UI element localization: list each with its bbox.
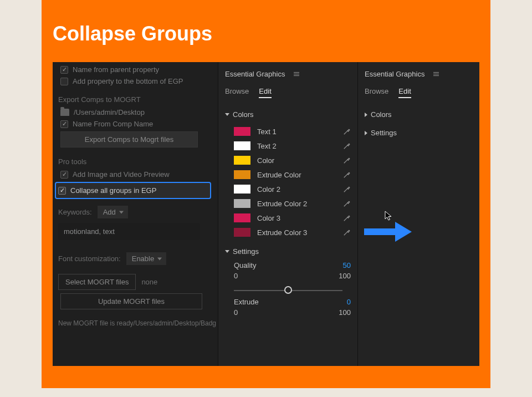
quality-label: Quality <box>234 261 256 269</box>
color-label: Color <box>257 156 336 165</box>
keywords-add-select[interactable]: Add <box>98 206 128 218</box>
page-title: Collapse Groups <box>53 22 479 45</box>
keywords-input[interactable] <box>58 223 200 240</box>
chevron-down-icon <box>225 113 229 116</box>
tab-edit[interactable]: Edit <box>259 87 271 98</box>
color-swatch[interactable] <box>234 170 250 179</box>
range-min: 0 <box>234 272 238 280</box>
essential-graphics-expanded: Essential Graphics Browse Edit Colors Te… <box>218 62 358 366</box>
eyedropper-icon[interactable] <box>343 214 351 222</box>
checkbox-name-from-comp[interactable] <box>60 120 68 128</box>
eyedropper-icon[interactable] <box>343 228 351 236</box>
panel-menu-icon[interactable] <box>294 72 299 76</box>
color-row: Color <box>225 153 351 167</box>
chevron-right-icon <box>365 131 367 135</box>
export-path: /Users/admin/Desktop <box>74 108 145 116</box>
color-label: Extrude Color 2 <box>257 200 336 208</box>
keywords-label: Keywords: <box>58 208 92 216</box>
extrude-value[interactable]: 0 <box>347 298 351 308</box>
color-row: Color 3 <box>225 211 351 225</box>
color-row: Extrude Color <box>225 167 351 182</box>
tab-edit[interactable]: Edit <box>398 87 411 98</box>
group-settings[interactable]: Settings <box>225 247 351 256</box>
cursor-icon <box>385 211 392 223</box>
color-swatch[interactable] <box>234 199 250 208</box>
color-swatch[interactable] <box>234 141 250 150</box>
export-button[interactable]: Export Comps to Mogrt files <box>60 131 198 147</box>
slider-knob[interactable] <box>284 286 292 294</box>
left-settings-panel: Name from parent property Add property t… <box>53 62 218 366</box>
panel-menu-icon[interactable] <box>433 72 439 76</box>
color-label: Color 2 <box>257 185 336 194</box>
label-name-from-parent: Name from parent property <box>73 65 159 74</box>
color-row: Extrude Color 3 <box>225 225 351 240</box>
eyedropper-icon[interactable] <box>343 128 351 135</box>
status-text: New MOGRT file is ready/Users/admin/Desk… <box>58 319 212 327</box>
checkbox-add-preview[interactable] <box>60 171 68 179</box>
label-add-preview: Add Image and Video Preview <box>73 170 170 179</box>
color-swatch[interactable] <box>234 127 250 136</box>
essential-graphics-collapsed: Essential Graphics Browse Edit Colors Se… <box>358 62 479 366</box>
eyedropper-icon[interactable] <box>343 200 351 207</box>
checkbox-add-property[interactable] <box>60 78 68 85</box>
color-row: Text 1 <box>225 124 351 139</box>
checkbox-name-from-parent[interactable] <box>60 66 68 74</box>
group-settings-collapsed[interactable]: Settings <box>365 129 473 137</box>
quality-value[interactable]: 50 <box>343 261 351 272</box>
color-swatch[interactable] <box>234 185 250 194</box>
selected-mogrt-none: none <box>141 278 157 286</box>
color-row: Text 2 <box>225 139 351 153</box>
range-min-2: 0 <box>234 308 238 317</box>
color-row: Extrude Color 2 <box>225 196 351 211</box>
range-max: 100 <box>339 272 351 280</box>
color-swatch[interactable] <box>234 156 250 165</box>
update-mogrt-button[interactable]: Update MOGRT files <box>60 293 202 309</box>
eyedropper-icon[interactable] <box>343 171 351 179</box>
chevron-right-icon <box>365 113 367 117</box>
panel-title: Essential Graphics <box>225 70 285 78</box>
group-colors-collapsed[interactable]: Colors <box>365 110 473 119</box>
font-customization-select[interactable]: Enable <box>126 252 166 265</box>
eyedropper-icon[interactable] <box>343 142 351 150</box>
tab-browse[interactable]: Browse <box>365 87 388 98</box>
color-label: Text 1 <box>257 128 336 136</box>
color-label: Extrude Color <box>257 171 336 179</box>
tab-browse[interactable]: Browse <box>225 87 249 98</box>
label-collapse-all: Collapse all groups in EGP <box>70 186 156 195</box>
heading-pro-tools: Pro tools <box>58 157 212 166</box>
font-customization-label: Font customization: <box>58 255 121 263</box>
chevron-down-icon <box>225 250 229 253</box>
label-name-from-comp: Name From Comp Name <box>73 120 153 128</box>
color-label: Color 3 <box>257 214 336 222</box>
color-swatch[interactable] <box>234 213 250 222</box>
color-swatch[interactable] <box>234 228 250 237</box>
range-max-2: 100 <box>339 308 351 317</box>
color-row: Color 2 <box>225 182 351 196</box>
arrow-icon <box>364 221 412 245</box>
folder-icon[interactable] <box>60 109 69 116</box>
group-colors[interactable]: Colors <box>225 110 351 119</box>
collapse-all-row[interactable]: Collapse all groups in EGP <box>55 182 211 199</box>
eyedropper-icon[interactable] <box>343 156 351 164</box>
heading-export: Export Comps to MOGRT <box>58 95 212 104</box>
color-label: Text 2 <box>257 142 336 150</box>
eyedropper-icon[interactable] <box>343 185 351 193</box>
checkbox-collapse-all[interactable] <box>58 187 66 195</box>
panel-title: Essential Graphics <box>365 70 424 78</box>
extrude-label: Extrude <box>234 298 259 306</box>
select-mogrt-button[interactable]: Select MOGRT files <box>58 274 136 290</box>
label-add-property: Add property to the bottom of EGP <box>73 77 183 85</box>
quality-slider[interactable] <box>234 290 342 291</box>
color-label: Extrude Color 3 <box>257 228 336 237</box>
